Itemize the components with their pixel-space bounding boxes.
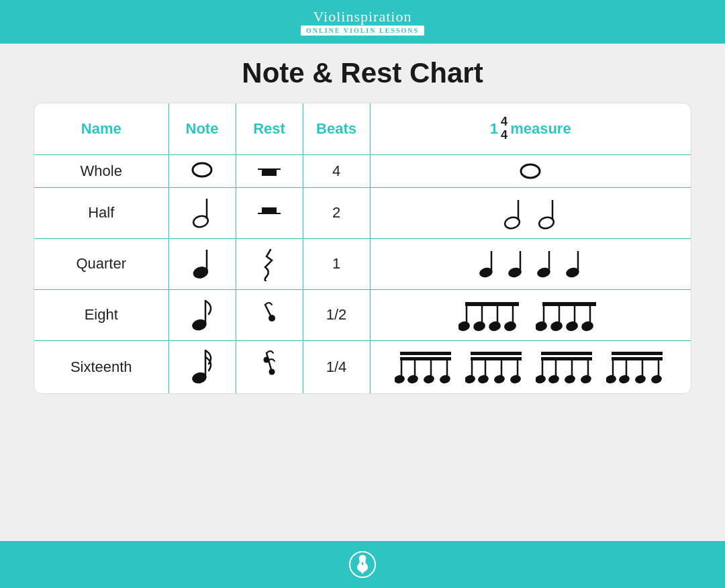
sixteenth-group2 bbox=[465, 348, 526, 387]
logo-subtitle: Online Violin Lessons bbox=[301, 26, 424, 36]
rest-sixteenth bbox=[236, 340, 303, 393]
measure-half-note1 bbox=[501, 195, 526, 232]
table-row: Quarter bbox=[34, 238, 691, 289]
page-title: Note & Rest Chart bbox=[242, 57, 483, 89]
rest-quarter bbox=[236, 238, 303, 289]
svg-point-85 bbox=[606, 374, 617, 385]
note-half bbox=[168, 187, 236, 238]
measure-half bbox=[370, 187, 691, 238]
svg-point-67 bbox=[477, 374, 489, 385]
svg-point-59 bbox=[422, 374, 435, 385]
chart-card: Name Note Rest Beats 1 44 measure bbox=[34, 103, 691, 394]
svg-point-71 bbox=[509, 374, 522, 385]
eighth-note-svg bbox=[190, 295, 214, 332]
measure-sixteenth-symbols bbox=[373, 348, 689, 387]
row-name-eight: Eight bbox=[34, 289, 168, 340]
svg-point-91 bbox=[650, 374, 663, 385]
svg-point-35 bbox=[487, 320, 501, 332]
svg-point-65 bbox=[465, 374, 476, 385]
table-row: Sixteenth bbox=[34, 340, 691, 393]
svg-rect-52 bbox=[400, 352, 451, 355]
half-note-svg bbox=[190, 193, 214, 230]
measure-number: 1 bbox=[490, 120, 498, 138]
logo-container: Violinspiration Online Violin Lessons bbox=[301, 8, 424, 36]
q-note-3 bbox=[536, 247, 554, 281]
measure-eight-symbols bbox=[373, 297, 689, 334]
svg-rect-29 bbox=[465, 302, 519, 306]
violin-footer-icon bbox=[349, 551, 376, 578]
measure-eight bbox=[370, 289, 691, 340]
measure-quarter-symbols bbox=[373, 247, 689, 281]
row-name-quarter: Quarter bbox=[34, 238, 168, 289]
svg-rect-82 bbox=[612, 352, 663, 355]
bottom-bar bbox=[0, 541, 725, 588]
eighth-group1 bbox=[458, 297, 526, 334]
col-header-beats: Beats bbox=[303, 103, 370, 154]
col-header-measure: 1 44 measure bbox=[370, 103, 691, 154]
sixteenth-group3 bbox=[536, 348, 596, 387]
violin-svg bbox=[355, 554, 370, 575]
rest-eight bbox=[236, 289, 303, 340]
measure-quarter bbox=[370, 238, 691, 289]
table-header-row: Name Note Rest Beats 1 44 measure bbox=[34, 103, 691, 154]
note-eight bbox=[168, 289, 236, 340]
svg-rect-62 bbox=[471, 352, 522, 355]
svg-point-89 bbox=[634, 374, 646, 385]
sixteenth-group4 bbox=[606, 348, 667, 387]
table-row: Eight bbox=[34, 289, 691, 340]
svg-rect-53 bbox=[400, 357, 451, 360]
quarter-rest-svg bbox=[257, 244, 281, 281]
main-content: Note & Rest Chart Name Note Rest Beats 1… bbox=[0, 44, 725, 541]
svg-point-42 bbox=[549, 320, 563, 332]
time-signature: 44 bbox=[501, 115, 508, 142]
table-row: Half bbox=[34, 187, 691, 238]
svg-rect-73 bbox=[541, 357, 592, 360]
svg-point-31 bbox=[458, 320, 471, 332]
svg-rect-9 bbox=[262, 207, 277, 213]
svg-rect-38 bbox=[542, 302, 596, 306]
col-header-note: Note bbox=[168, 103, 236, 154]
svg-point-75 bbox=[536, 374, 546, 385]
beats-sixteenth: 1/4 bbox=[303, 340, 370, 393]
svg-rect-72 bbox=[541, 352, 592, 355]
svg-point-55 bbox=[395, 374, 405, 385]
svg-point-33 bbox=[472, 320, 486, 332]
col-header-name: Name bbox=[34, 103, 168, 154]
row-name-sixteenth: Sixteenth bbox=[34, 340, 168, 393]
note-quarter bbox=[168, 238, 236, 289]
note-whole bbox=[168, 154, 236, 187]
whole-note-svg bbox=[190, 160, 214, 179]
chart-table: Name Note Rest Beats 1 44 measure bbox=[34, 103, 691, 393]
beats-eight: 1/2 bbox=[303, 289, 370, 340]
measure-whole-symbols bbox=[373, 162, 689, 181]
measure-half-symbols bbox=[373, 195, 689, 232]
svg-point-93 bbox=[362, 562, 364, 565]
svg-point-61 bbox=[438, 374, 451, 385]
svg-point-69 bbox=[493, 374, 505, 385]
rest-half bbox=[236, 187, 303, 238]
measure-half-note2 bbox=[536, 195, 560, 232]
beats-quarter: 1 bbox=[303, 238, 370, 289]
row-name-whole: Whole bbox=[34, 154, 168, 187]
half-rest-svg bbox=[252, 202, 286, 221]
svg-line-28 bbox=[265, 305, 272, 318]
top-bar: Violinspiration Online Violin Lessons bbox=[0, 0, 725, 44]
svg-rect-63 bbox=[471, 357, 522, 360]
col-header-rest: Rest bbox=[236, 103, 303, 154]
svg-point-57 bbox=[406, 374, 419, 385]
measure-header-content: 1 44 measure bbox=[376, 115, 686, 142]
svg-line-6 bbox=[524, 170, 537, 172]
measure-label: measure bbox=[510, 120, 571, 138]
row-name-half: Half bbox=[34, 187, 168, 238]
svg-point-40 bbox=[536, 320, 548, 332]
svg-rect-4 bbox=[262, 169, 277, 176]
rest-whole bbox=[236, 154, 303, 187]
svg-rect-83 bbox=[612, 357, 663, 360]
q-note-2 bbox=[507, 247, 526, 281]
svg-point-37 bbox=[503, 320, 517, 332]
svg-point-46 bbox=[580, 320, 594, 332]
svg-point-87 bbox=[618, 374, 630, 385]
table-row: Whole bbox=[34, 154, 691, 187]
quarter-note-svg bbox=[190, 244, 214, 281]
svg-line-2 bbox=[197, 169, 207, 170]
